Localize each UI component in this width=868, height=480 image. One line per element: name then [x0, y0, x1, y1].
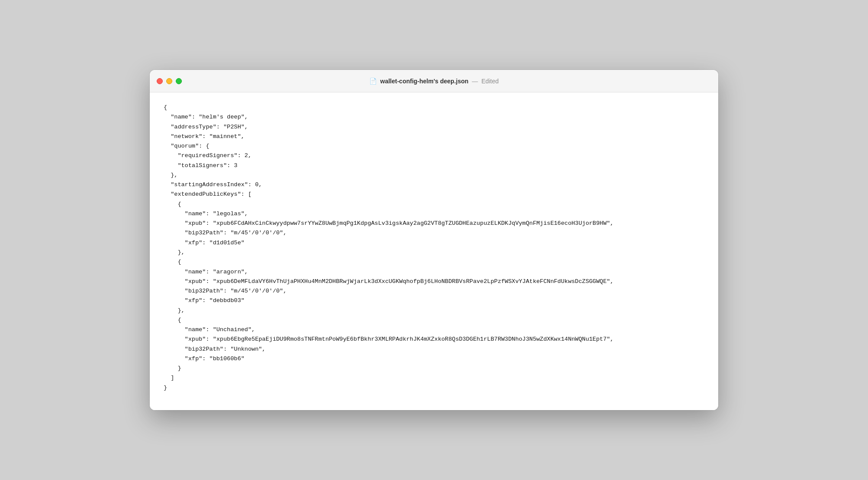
- code-line: "xpub": "xpub6EbgRe5EpaEjiDU9Rmo8sTNFRmt…: [164, 335, 704, 344]
- traffic-lights: [157, 78, 182, 84]
- code-line: "startingAddressIndex": 0,: [164, 180, 704, 190]
- code-line: "xpub": "xpub6DeMFLdaVY6HvThUjaPHXHu4MnM…: [164, 277, 704, 286]
- titlebar-center: 📄 wallet-config-helm's deep.json — Edite…: [369, 78, 499, 85]
- minimize-button[interactable]: [166, 78, 172, 84]
- code-line: "name": "legolas",: [164, 209, 704, 219]
- code-line: "bip32Path": "Unknown",: [164, 345, 704, 354]
- code-line: "name": "Unchained",: [164, 325, 704, 335]
- code-line: "bip32Path": "m/45'/0'/0'/0",: [164, 228, 704, 238]
- titlebar: 📄 wallet-config-helm's deep.json — Edite…: [150, 70, 718, 92]
- filename-label: wallet-config-helm's deep.json: [380, 78, 468, 85]
- code-line: {: [164, 103, 704, 112]
- code-line: "quorum": {: [164, 141, 704, 151]
- app-window: 📄 wallet-config-helm's deep.json — Edite…: [150, 70, 718, 410]
- code-line: "totalSigners": 3: [164, 161, 704, 171]
- code-line: "addressType": "P2SH",: [164, 122, 704, 132]
- code-line: },: [164, 248, 704, 257]
- code-editor[interactable]: { "name": "helm's deep", "addressType": …: [150, 92, 718, 410]
- code-line: "xfp": "d1d01d5e": [164, 238, 704, 248]
- code-line: "bip32Path": "m/45'/0'/0'/0",: [164, 286, 704, 296]
- code-line: "name": "helm's deep",: [164, 112, 704, 122]
- code-line: }: [164, 383, 704, 393]
- maximize-button[interactable]: [176, 78, 182, 84]
- code-line: "network": "mainnet",: [164, 132, 704, 141]
- code-line: {: [164, 200, 704, 209]
- code-line: "extendedPublicKeys": [: [164, 190, 704, 199]
- close-button[interactable]: [157, 78, 163, 84]
- code-line: {: [164, 257, 704, 267]
- code-line: "requiredSigners": 2,: [164, 151, 704, 161]
- code-line: {: [164, 316, 704, 325]
- code-line: "xfp": "debbdb03": [164, 296, 704, 306]
- code-line: "xfp": "bb1060b6": [164, 354, 704, 364]
- title-separator: —: [472, 78, 478, 85]
- edited-status: Edited: [481, 78, 499, 85]
- code-line: }: [164, 364, 704, 373]
- code-line: },: [164, 171, 704, 180]
- code-line: "xpub": "xpub6FCdAHxCinCkwyydpww7srYYwZ8…: [164, 219, 704, 228]
- code-line: },: [164, 306, 704, 316]
- file-icon: 📄: [369, 78, 377, 85]
- code-line: "name": "aragorn",: [164, 267, 704, 277]
- code-line: ]: [164, 373, 704, 383]
